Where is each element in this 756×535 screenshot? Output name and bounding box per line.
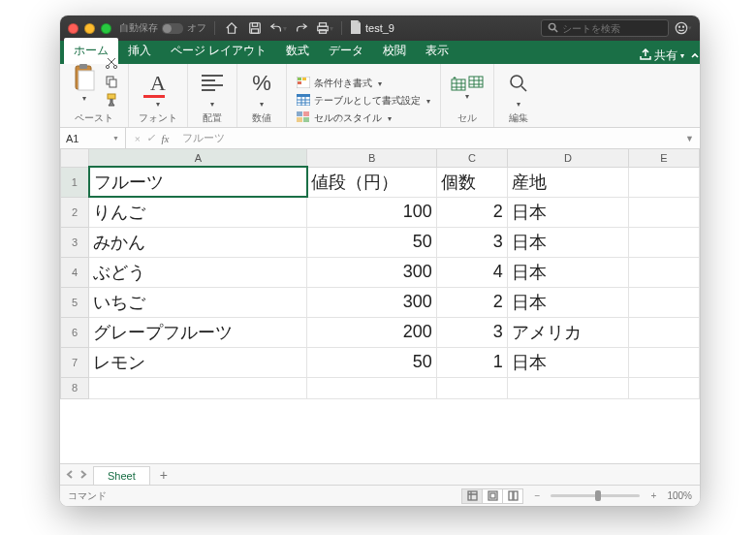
search-box[interactable] (541, 19, 669, 37)
column-header[interactable]: B (307, 149, 436, 167)
cell[interactable] (436, 377, 507, 398)
search-input[interactable] (562, 23, 662, 34)
cell[interactable] (628, 287, 699, 317)
row-header[interactable]: 5 (61, 287, 89, 317)
edit-button[interactable]: ▾ (504, 69, 533, 109)
row-header[interactable]: 6 (61, 317, 89, 347)
cell[interactable]: りんご (89, 197, 307, 227)
redo-icon[interactable] (293, 19, 310, 37)
cell[interactable]: 産地 (507, 167, 628, 197)
cell[interactable] (507, 377, 628, 398)
home-icon[interactable] (223, 19, 240, 37)
cell[interactable] (628, 347, 699, 377)
fx-icon[interactable]: fx (161, 133, 169, 144)
cell-styles-button[interactable]: セルのスタイル▾ (297, 111, 430, 125)
tab-insert[interactable]: 挿入 (118, 38, 161, 64)
cell[interactable] (628, 377, 699, 398)
alignment-button[interactable]: ▾ (198, 69, 227, 109)
row-header[interactable]: 3 (61, 227, 89, 257)
cell[interactable]: フルーツ (89, 167, 307, 197)
cell[interactable]: 2 (436, 197, 507, 227)
cell[interactable]: 日本 (507, 197, 628, 227)
cells-button[interactable]: ▾ (451, 76, 484, 101)
close-window-button[interactable] (68, 23, 79, 34)
cancel-formula-icon[interactable]: × (134, 133, 141, 144)
format-as-table-button[interactable]: テーブルとして書式設定▾ (297, 94, 430, 108)
cell[interactable]: 日本 (507, 257, 628, 287)
autosave-toggle[interactable]: 自動保存 オフ (119, 21, 206, 35)
sheet-nav-prev-icon[interactable] (66, 469, 75, 481)
cell[interactable]: 3 (436, 227, 507, 257)
feedback-icon[interactable]: ▾ (675, 19, 692, 37)
expand-formula-bar-icon[interactable]: ▼ (679, 134, 700, 143)
cell[interactable]: 日本 (507, 227, 628, 257)
save-icon[interactable] (246, 19, 264, 37)
format-painter-icon[interactable] (105, 93, 118, 109)
print-icon[interactable]: ▾ (316, 19, 333, 37)
column-header[interactable]: A (89, 149, 307, 167)
row-header[interactable]: 7 (61, 347, 89, 377)
zoom-out-button[interactable]: − (531, 490, 543, 501)
sheet-tab[interactable]: Sheet (93, 466, 150, 485)
accept-formula-icon[interactable]: ✓ (146, 132, 155, 144)
cell[interactable]: 200 (307, 317, 436, 347)
cell[interactable]: 3 (436, 317, 507, 347)
name-box[interactable]: A1 ▼ (60, 128, 126, 149)
cell[interactable] (307, 377, 436, 398)
conditional-format-button[interactable]: 条件付き書式▾ (297, 77, 430, 90)
zoom-in-button[interactable]: + (647, 490, 659, 501)
formula-input[interactable]: フルーツ (176, 131, 679, 145)
cell[interactable]: 個数 (436, 167, 507, 197)
column-header[interactable]: D (507, 149, 628, 167)
cell[interactable]: 1 (436, 347, 507, 377)
cell[interactable]: いちご (89, 287, 307, 317)
cell[interactable] (628, 197, 699, 227)
zoom-slider[interactable] (551, 494, 640, 497)
cell[interactable]: みかん (89, 227, 307, 257)
cell[interactable]: 日本 (507, 347, 628, 377)
tab-data[interactable]: データ (319, 38, 373, 64)
tab-page-layout[interactable]: ページ レイアウト (161, 38, 276, 64)
cell[interactable] (628, 227, 699, 257)
cell[interactable] (628, 317, 699, 347)
cell[interactable]: 300 (307, 257, 436, 287)
cell[interactable]: 4 (436, 257, 507, 287)
add-sheet-button[interactable]: + (150, 467, 177, 483)
cell[interactable] (628, 257, 699, 287)
cell[interactable] (89, 377, 307, 398)
collapse-ribbon-button[interactable] (690, 50, 700, 64)
paste-button[interactable]: ▾ (70, 63, 99, 103)
normal-view-button[interactable] (461, 488, 483, 504)
sheet-nav-next-icon[interactable] (79, 469, 87, 481)
row-header[interactable]: 8 (61, 377, 89, 398)
cell[interactable]: 50 (307, 227, 436, 257)
cell[interactable]: ぶどう (89, 257, 307, 287)
copy-icon[interactable] (105, 75, 118, 90)
cell[interactable] (628, 167, 699, 197)
minimize-window-button[interactable] (84, 23, 95, 34)
select-all-corner[interactable] (61, 149, 89, 167)
cell[interactable]: レモン (89, 347, 307, 377)
cell[interactable]: 50 (307, 347, 436, 377)
font-button[interactable]: A ▾ (143, 69, 173, 109)
cell[interactable]: グレープフルーツ (89, 317, 307, 347)
column-header[interactable]: E (628, 149, 699, 167)
cell[interactable]: 100 (307, 197, 436, 227)
share-button[interactable]: 共有 ▾ (634, 47, 690, 64)
cell[interactable]: 日本 (507, 287, 628, 317)
cell[interactable]: 値段（円） (307, 167, 436, 197)
tab-formulas[interactable]: 数式 (276, 38, 319, 64)
row-header[interactable]: 2 (61, 197, 89, 227)
maximize-window-button[interactable] (101, 23, 111, 34)
cell-grid[interactable]: A B C D E 1フルーツ値段（円）個数産地2りんご1002日本3みかん50… (60, 149, 700, 463)
undo-icon[interactable]: ▾ (269, 19, 287, 37)
page-break-view-button[interactable] (502, 488, 523, 504)
row-header[interactable]: 4 (61, 257, 89, 287)
cut-icon[interactable] (105, 56, 118, 72)
number-format-button[interactable]: % ▾ (247, 69, 276, 109)
cell[interactable]: 2 (436, 287, 507, 317)
cell[interactable]: 300 (307, 287, 436, 317)
cell[interactable]: アメリカ (507, 317, 628, 347)
tab-view[interactable]: 表示 (416, 38, 458, 64)
tab-review[interactable]: 校閲 (373, 38, 416, 64)
